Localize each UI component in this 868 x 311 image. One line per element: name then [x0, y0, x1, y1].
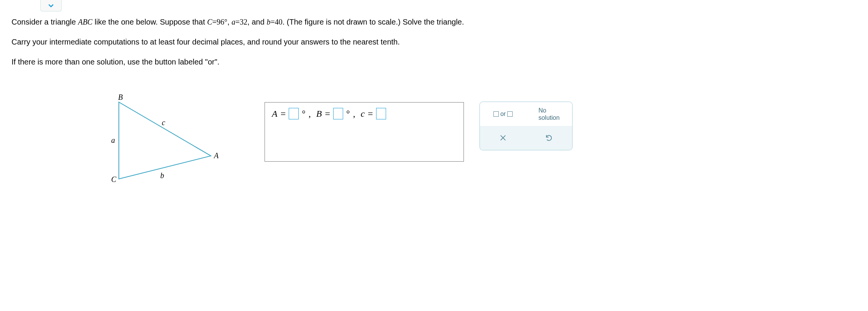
problem-statement: Consider a triangle ABC like the one bel…	[12, 16, 856, 68]
instruction-line-2: Carry your intermediate computations to …	[12, 36, 856, 48]
text: like the one below. Suppose that	[92, 18, 207, 26]
eq: =	[368, 109, 373, 119]
text: Consider a triangle	[12, 18, 78, 26]
answer-box: A = °, B = °, c =	[265, 102, 464, 162]
or-button[interactable]: or	[480, 102, 526, 126]
given-a-val: 32	[240, 18, 247, 26]
clear-button[interactable]	[480, 126, 526, 150]
deg: °	[346, 109, 350, 119]
given-b-lhs: b	[266, 18, 270, 26]
sep: , and	[247, 18, 266, 26]
answer-B-input[interactable]	[333, 108, 343, 119]
deg: °	[302, 109, 306, 119]
x-icon	[499, 134, 507, 142]
side-b-label: b	[160, 171, 164, 180]
eq: =	[270, 18, 275, 26]
eq: =	[235, 18, 240, 26]
triangle-figure: B C A a b c	[12, 94, 249, 210]
comma: ,	[309, 109, 311, 119]
answer-c-label: c	[361, 109, 365, 119]
answer-c-input[interactable]	[376, 108, 386, 119]
instruction-line-3: If there is more than one solution, use …	[12, 56, 856, 68]
no-solution-label: Nosolution	[538, 107, 559, 121]
undo-button[interactable]	[526, 126, 572, 150]
square-icon	[493, 111, 499, 117]
collapse-toggle[interactable]	[40, 0, 62, 12]
triangle-name: ABC	[78, 18, 92, 26]
side-a-label: a	[111, 136, 115, 144]
sep: ,	[227, 18, 232, 26]
side-c-label: c	[162, 118, 165, 127]
or-label: or	[500, 111, 506, 117]
vertex-A-label: A	[213, 151, 219, 160]
square-icon	[507, 111, 513, 117]
undo-icon	[545, 134, 553, 142]
eq: =	[212, 18, 217, 26]
svg-marker-0	[119, 102, 211, 179]
given-b-val: 40	[275, 18, 283, 26]
no-solution-button[interactable]: Nosolution	[526, 102, 572, 126]
given-C-lhs: C	[207, 18, 212, 26]
answer-B-label: B	[316, 109, 322, 119]
answer-toolbox: or Nosolution	[479, 101, 573, 151]
vertex-C-label: C	[111, 175, 117, 184]
answer-A-input[interactable]	[289, 108, 299, 119]
given-C-val: 96°	[217, 18, 227, 26]
chevron-down-icon	[47, 2, 55, 10]
comma: ,	[353, 109, 355, 119]
eq: =	[325, 109, 330, 119]
vertex-B-label: B	[118, 94, 123, 101]
answer-A-label: A	[272, 109, 278, 119]
eq: =	[281, 109, 286, 119]
given-a-lhs: a	[232, 18, 235, 26]
text: . (The figure is not drawn to scale.) So…	[283, 18, 464, 26]
